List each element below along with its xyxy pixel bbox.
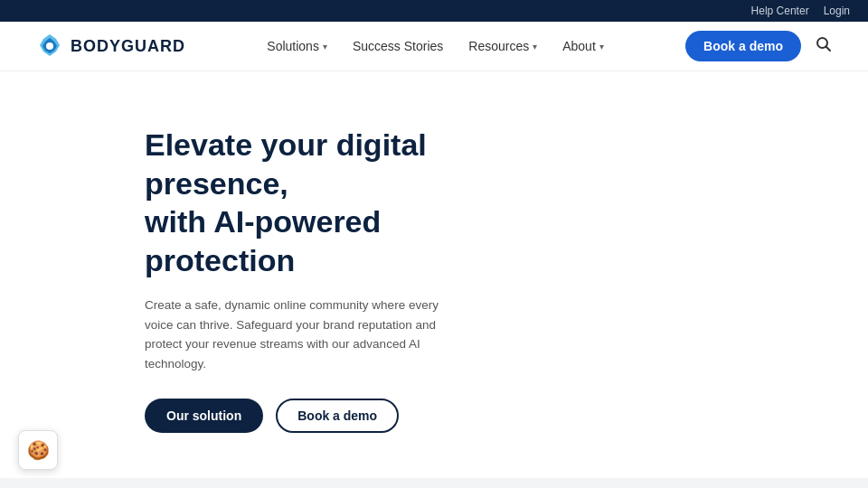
cookie-icon: 🍪 bbox=[27, 439, 50, 461]
our-solution-button[interactable]: Our solution bbox=[145, 399, 263, 433]
hero-buttons: Our solution Book a demo bbox=[145, 399, 506, 433]
logo[interactable]: BODYGUARD bbox=[36, 33, 185, 60]
login-link[interactable]: Login bbox=[824, 5, 850, 17]
hero-heading: Elevate your digital presence, with AI-p… bbox=[145, 126, 506, 279]
logo-icon bbox=[36, 33, 63, 60]
about-chevron: ▾ bbox=[599, 42, 604, 52]
logo-text: BODYGUARD bbox=[71, 37, 185, 56]
top-bar: Help Center Login bbox=[0, 0, 868, 22]
nav-solutions[interactable]: Solutions ▾ bbox=[267, 39, 327, 53]
hero-book-demo-button[interactable]: Book a demo bbox=[276, 399, 399, 433]
nav-resources[interactable]: Resources ▾ bbox=[468, 39, 537, 53]
nav-success-stories[interactable]: Success Stories bbox=[353, 39, 443, 53]
navbar: BODYGUARD Solutions ▾ Success Stories Re… bbox=[0, 22, 868, 71]
svg-point-2 bbox=[46, 42, 53, 50]
search-button[interactable] bbox=[816, 36, 832, 57]
help-center-link[interactable]: Help Center bbox=[751, 5, 809, 17]
nav-about[interactable]: About ▾ bbox=[562, 39, 604, 53]
search-icon bbox=[816, 36, 832, 52]
logos-strip: brut. CAMPARI M 6 PARIS bbox=[0, 478, 868, 488]
solutions-chevron: ▾ bbox=[323, 42, 327, 52]
cookie-notice[interactable]: 🍪 bbox=[18, 430, 58, 470]
nav-links: Solutions ▾ Success Stories Resources ▾ … bbox=[267, 39, 603, 53]
nav-actions: Book a demo bbox=[685, 31, 832, 61]
hero-section: Elevate your digital presence, with AI-p… bbox=[0, 71, 542, 478]
hero-description: Create a safe, dynamic online community … bbox=[145, 296, 470, 373]
svg-line-4 bbox=[826, 46, 831, 51]
book-demo-button[interactable]: Book a demo bbox=[685, 31, 801, 61]
resources-chevron: ▾ bbox=[533, 42, 537, 52]
